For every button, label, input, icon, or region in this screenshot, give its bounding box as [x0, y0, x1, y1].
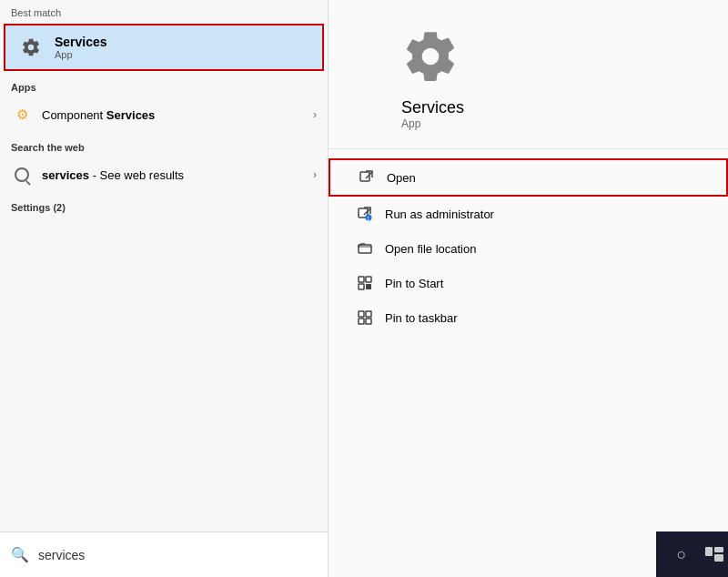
svg-rect-11: [359, 319, 364, 324]
web-search-label: services - See web results: [42, 168, 313, 182]
run-as-admin-icon: !: [356, 205, 374, 223]
app-name: Services: [401, 98, 464, 117]
open-label: Open: [387, 171, 416, 185]
chevron-right-icon: ›: [313, 108, 317, 121]
best-match-subtitle: App: [55, 49, 107, 60]
svg-rect-10: [366, 311, 371, 317]
best-match-title: Services: [55, 35, 107, 49]
open-file-location-label: Open file location: [385, 242, 476, 256]
svg-rect-5: [359, 277, 364, 282]
svg-rect-13: [705, 547, 713, 556]
action-run-as-admin[interactable]: ! Run as administrator: [329, 197, 728, 231]
search-panel: Best match Services App Apps ⚙ Component…: [0, 0, 328, 577]
task-view-icon[interactable]: [701, 541, 728, 568]
settings-section-label: Settings (2): [0, 193, 328, 217]
taskbar: ○: [656, 531, 728, 577]
search-icon: 🔍: [11, 546, 29, 563]
pin-to-start-icon: [356, 274, 374, 292]
action-pin-to-taskbar[interactable]: Pin to taskbar: [329, 300, 728, 335]
best-match-item[interactable]: Services App: [4, 24, 324, 71]
svg-rect-6: [366, 277, 371, 282]
web-chevron-icon: ›: [313, 168, 317, 181]
pin-to-taskbar-icon: [356, 309, 374, 327]
svg-rect-12: [366, 319, 371, 324]
svg-rect-8: [366, 284, 371, 289]
search-input[interactable]: [38, 548, 317, 562]
results-panel: Services App Open: [328, 0, 728, 577]
open-file-icon: [356, 239, 374, 258]
svg-rect-9: [359, 311, 364, 317]
app-detail: Services App: [329, 0, 728, 149]
apps-section-label: Apps: [0, 73, 328, 96]
services-icon-small: [16, 33, 46, 62]
component-services-item[interactable]: ⚙ Component Services ›: [0, 96, 328, 133]
app-type: App: [401, 117, 420, 130]
search-bar: 🔍: [0, 531, 328, 577]
cortana-icon[interactable]: ○: [668, 541, 695, 568]
action-pin-to-start[interactable]: Pin to Start: [329, 266, 728, 300]
results-scroll: Best match Services App Apps ⚙ Component…: [0, 0, 328, 531]
action-open-file-location[interactable]: Open file location: [329, 231, 728, 266]
web-search-item[interactable]: services - See web results ›: [0, 157, 328, 193]
svg-rect-15: [714, 554, 723, 562]
best-match-label: Best match: [0, 0, 328, 22]
svg-rect-14: [714, 547, 723, 552]
web-search-icon: [11, 164, 33, 186]
run-as-admin-label: Run as administrator: [385, 208, 494, 221]
open-icon: [358, 168, 376, 187]
best-match-text: Services App: [55, 35, 107, 60]
pin-to-start-label: Pin to Start: [385, 277, 443, 290]
svg-rect-7: [359, 284, 364, 289]
services-icon-large: [401, 27, 460, 86]
action-list: Open ! Run as administrator: [329, 149, 728, 344]
web-section-label: Search the web: [0, 133, 328, 157]
component-services-label: Component Services: [42, 108, 313, 122]
svg-text:!: !: [368, 216, 369, 221]
action-open[interactable]: Open: [329, 158, 728, 197]
svg-rect-4: [359, 245, 371, 253]
component-services-icon: ⚙: [11, 104, 33, 126]
pin-to-taskbar-label: Pin to taskbar: [385, 311, 458, 325]
